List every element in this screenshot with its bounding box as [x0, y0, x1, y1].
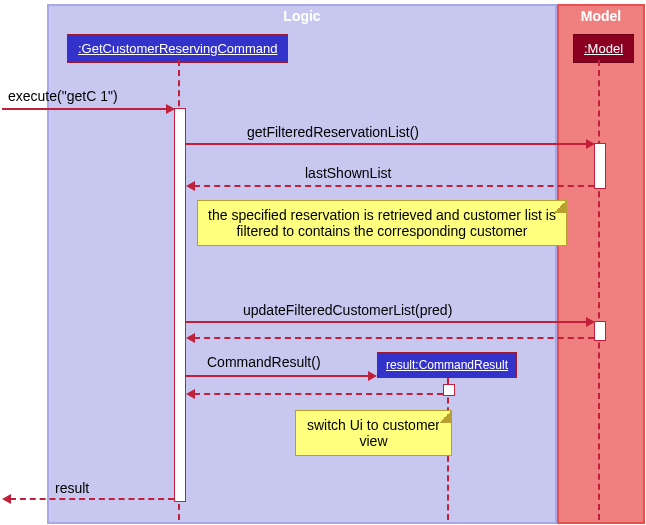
updatelist-line: [186, 321, 586, 324]
lastshown-msg: lastShownList: [305, 165, 391, 181]
model-lifeline: [598, 60, 601, 520]
updatelist-msg: updateFilteredCustomerList(pred): [243, 302, 452, 318]
command-activation: [174, 108, 186, 502]
result-arrow: [2, 494, 11, 504]
result-line: [10, 498, 174, 501]
model-activation-2: [594, 321, 606, 341]
logic-title: Logic: [49, 6, 555, 26]
updatelist-return: [194, 337, 594, 340]
result-msg: result: [55, 480, 89, 496]
cmdresult-line: [186, 375, 368, 378]
getlist-arrow: [586, 139, 595, 149]
note1-text: the specified reservation is retrieved a…: [208, 207, 556, 239]
updatelist-return-arrow: [186, 333, 195, 343]
execute-arrow: [166, 104, 175, 114]
execute-msg: execute("getC 1"): [8, 88, 118, 104]
updatelist-arrow: [586, 317, 595, 327]
cmdresult-return-arrow: [186, 389, 195, 399]
note2: switch Ui to customer view: [295, 410, 452, 456]
model-participant: :Model: [573, 34, 634, 63]
getlist-msg: getFilteredReservationList(): [247, 124, 419, 140]
model-activation-1: [594, 143, 606, 189]
result-activation: [443, 384, 455, 396]
execute-line: [2, 108, 167, 111]
result-participant: result:CommandResult: [377, 352, 517, 378]
note2-text: switch Ui to customer view: [307, 417, 440, 449]
cmdresult-msg: CommandResult(): [207, 354, 321, 370]
cmdresult-return: [194, 393, 443, 396]
cmdresult-arrow: [368, 371, 377, 381]
lastshown-arrow: [186, 181, 195, 191]
command-participant: :GetCustomerReservingCommand: [67, 34, 288, 63]
note1: the specified reservation is retrieved a…: [197, 200, 567, 246]
getlist-line: [186, 143, 586, 146]
lastshown-line: [194, 185, 594, 188]
model-box: Model: [557, 4, 645, 524]
model-title: Model: [559, 6, 643, 26]
